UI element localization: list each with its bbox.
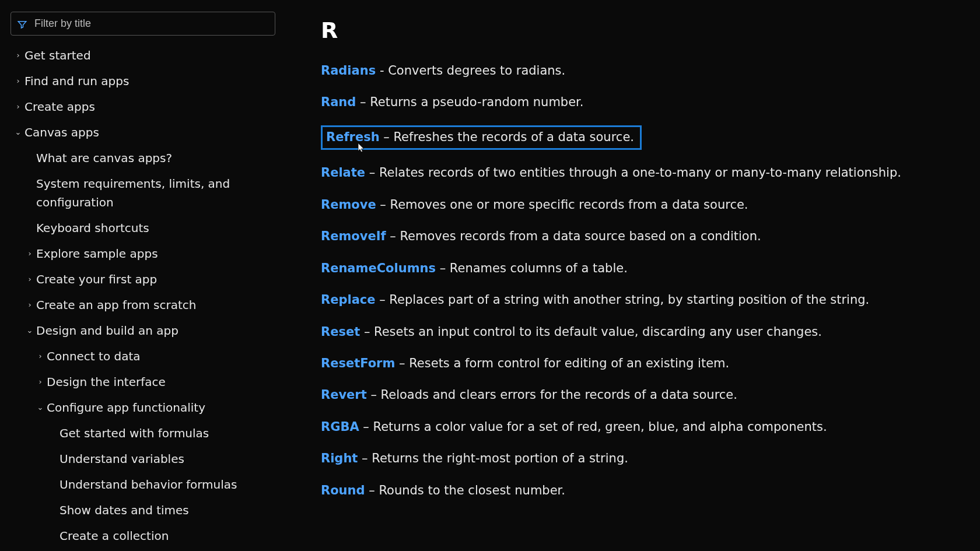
- filter-input[interactable]: [33, 17, 269, 30]
- function-link[interactable]: Round: [321, 483, 365, 497]
- chevron-down-icon: ⌄: [26, 325, 34, 337]
- nav-explore-sample[interactable]: ›Explore sample apps: [0, 241, 282, 266]
- chevron-right-icon: ›: [14, 50, 22, 62]
- chevron-right-icon: ›: [14, 75, 22, 87]
- nav-label: Find and run apps: [24, 72, 129, 90]
- function-desc: – Rounds to the closest number.: [365, 483, 565, 497]
- chevron-down-icon: ⌄: [14, 127, 22, 139]
- nav-label: Canvas apps: [24, 123, 99, 142]
- nav-create-apps[interactable]: ›Create apps: [0, 94, 282, 120]
- function-row: Replace – Replaces part of a string with…: [321, 291, 957, 308]
- filter-container[interactable]: [10, 12, 275, 36]
- function-link[interactable]: Refresh: [326, 130, 380, 144]
- nav-label: Get started: [24, 46, 91, 65]
- function-link[interactable]: Reset: [321, 325, 360, 339]
- function-row: Revert – Reloads and clears errors for t…: [321, 386, 957, 403]
- chevron-right-icon: ›: [14, 101, 22, 113]
- function-link[interactable]: Relate: [321, 166, 365, 180]
- nav-understand-vars[interactable]: Understand variables: [0, 446, 282, 472]
- nav-canvas-apps[interactable]: ⌄Canvas apps: [0, 120, 282, 145]
- nav-understand-behavior[interactable]: Understand behavior formulas: [0, 472, 282, 497]
- nav-label: Get started with formulas: [60, 424, 209, 443]
- function-desc: – Resets an input control to its default…: [360, 325, 822, 339]
- nav-label: Show dates and times: [60, 501, 189, 520]
- function-link[interactable]: Rand: [321, 95, 356, 109]
- nav-label: Create apps: [24, 97, 95, 116]
- nav-connect-data[interactable]: ›Connect to data: [0, 343, 282, 369]
- nav-show-dates[interactable]: Show dates and times: [0, 497, 282, 523]
- function-desc: – Returns a pseudo-random number.: [356, 95, 583, 109]
- chevron-down-icon: ⌄: [36, 402, 44, 414]
- nav-label: Connect to data: [47, 347, 141, 366]
- nav-find-run[interactable]: ›Find and run apps: [0, 68, 282, 94]
- function-link[interactable]: ResetForm: [321, 356, 395, 370]
- function-link[interactable]: RGBA: [321, 420, 359, 434]
- main-content: R Radians - Converts degrees to radians.…: [286, 0, 980, 551]
- function-desc: – Relates records of two entities throug…: [365, 166, 901, 180]
- nav-sys-req[interactable]: System requirements, limits, and configu…: [0, 171, 282, 215]
- chevron-right-icon: ›: [36, 376, 44, 388]
- function-link[interactable]: Remove: [321, 198, 376, 212]
- nav-label: Understand variables: [60, 450, 184, 468]
- function-desc: - Converts degrees to radians.: [376, 64, 565, 78]
- function-row: RenameColumns – Renames columns of a tab…: [321, 259, 957, 277]
- chevron-right-icon: ›: [36, 350, 44, 363]
- section-heading: R: [321, 17, 957, 43]
- nav-label: Explore sample apps: [36, 244, 158, 263]
- function-row: RGBA – Returns a color value for a set o…: [321, 418, 957, 436]
- chevron-right-icon: ›: [26, 273, 34, 286]
- nav-tree[interactable]: ›Get started ›Find and run apps ›Create …: [0, 43, 286, 551]
- function-desc: – Renames columns of a table.: [436, 261, 628, 275]
- nav-label: Keyboard shortcuts: [36, 219, 149, 237]
- nav-create-first[interactable]: ›Create your first app: [0, 266, 282, 292]
- nav-create-collection[interactable]: Create a collection: [0, 523, 282, 549]
- nav-label: Understand behavior formulas: [60, 475, 237, 494]
- function-link[interactable]: Right: [321, 451, 358, 465]
- function-link[interactable]: Radians: [321, 64, 376, 78]
- nav-get-started[interactable]: ›Get started: [0, 43, 282, 68]
- nav-label: What are canvas apps?: [36, 149, 172, 167]
- nav-design-build[interactable]: ⌄Design and build an app: [0, 318, 282, 343]
- function-desc: – Resets a form control for editing of a…: [395, 356, 729, 370]
- nav-label: Create a collection: [60, 527, 169, 545]
- function-desc: – Returns the right-most portion of a st…: [358, 451, 628, 465]
- function-desc: – Replaces part of a string with another…: [376, 293, 870, 307]
- filter-icon: [17, 19, 27, 29]
- chevron-right-icon: ›: [26, 299, 34, 311]
- function-list: Radians - Converts degrees to radians.Ra…: [321, 62, 957, 499]
- nav-label: Create your first app: [36, 270, 157, 289]
- nav-label: Design the interface: [47, 373, 166, 391]
- nav-label: System requirements, limits, and configu…: [36, 174, 282, 212]
- nav-label: Configure app functionality: [47, 398, 205, 417]
- function-desc: – Refreshes the records of a data source…: [380, 130, 634, 144]
- nav-design-interface[interactable]: ›Design the interface: [0, 369, 282, 395]
- chevron-right-icon: ›: [26, 248, 34, 260]
- function-desc: – Reloads and clears errors for the reco…: [367, 388, 737, 402]
- function-row: ResetForm – Resets a form control for ed…: [321, 355, 957, 372]
- nav-create-scratch[interactable]: ›Create an app from scratch: [0, 292, 282, 318]
- function-row: Radians - Converts degrees to radians.: [321, 62, 957, 79]
- function-row: Refresh – Refreshes the records of a dat…: [321, 125, 957, 150]
- nav-label: Design and build an app: [36, 321, 178, 340]
- nav-label: Create an app from scratch: [36, 296, 196, 314]
- nav-what-are-canvas[interactable]: What are canvas apps?: [0, 145, 282, 171]
- function-row: Reset – Resets an input control to its d…: [321, 323, 957, 341]
- function-link[interactable]: RemoveIf: [321, 229, 386, 243]
- nav-keyboard[interactable]: Keyboard shortcuts: [0, 215, 282, 241]
- function-row: Right – Returns the right-most portion o…: [321, 450, 957, 467]
- function-link[interactable]: RenameColumns: [321, 261, 436, 275]
- highlight-box: Refresh – Refreshes the records of a dat…: [321, 125, 642, 150]
- function-row: Rand – Returns a pseudo-random number.: [321, 93, 957, 111]
- function-row: Relate – Relates records of two entities…: [321, 164, 957, 181]
- nav-configure-func[interactable]: ⌄Configure app functionality: [0, 395, 282, 420]
- nav-get-started-formulas[interactable]: Get started with formulas: [0, 420, 282, 446]
- function-desc: – Removes records from a data source bas…: [386, 229, 761, 243]
- function-link[interactable]: Replace: [321, 293, 376, 307]
- function-row: Round – Rounds to the closest number.: [321, 482, 957, 499]
- function-desc: – Returns a color value for a set of red…: [359, 420, 827, 434]
- function-link[interactable]: Revert: [321, 388, 367, 402]
- nav-show-user[interactable]: Show the current user: [0, 549, 282, 551]
- function-row: Remove – Removes one or more specific re…: [321, 196, 957, 213]
- sidebar: ›Get started ›Find and run apps ›Create …: [0, 0, 286, 551]
- function-desc: – Removes one or more specific records f…: [376, 198, 748, 212]
